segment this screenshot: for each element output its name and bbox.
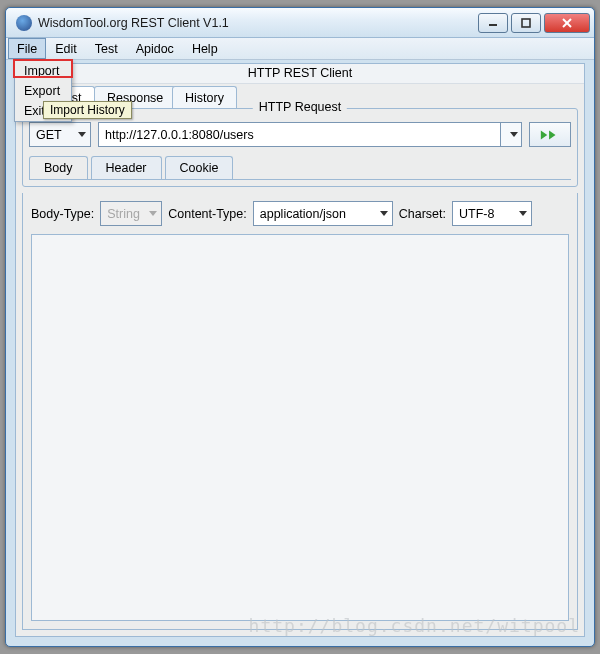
send-button[interactable] xyxy=(529,122,571,147)
charset-value: UTF-8 xyxy=(459,207,494,221)
svg-rect-1 xyxy=(522,19,530,27)
file-menu-import[interactable]: Import xyxy=(15,61,71,81)
content-type-label: Content-Type: xyxy=(168,207,247,221)
url-input[interactable] xyxy=(98,122,500,147)
chevron-down-icon xyxy=(510,132,518,137)
file-menu-export[interactable]: Export xyxy=(15,81,71,101)
chevron-down-icon xyxy=(519,211,527,216)
tab-history[interactable]: History xyxy=(172,86,237,108)
charset-label: Charset: xyxy=(399,207,446,221)
window-title: WisdomTool.org REST Client V1.1 xyxy=(38,16,478,30)
chevron-down-icon xyxy=(149,211,157,216)
content-type-value: application/json xyxy=(260,207,346,221)
url-history-dropdown[interactable] xyxy=(500,122,522,147)
subtab-header[interactable]: Header xyxy=(91,156,162,179)
subtab-body[interactable]: Body xyxy=(29,156,88,179)
request-sub-tabs: Body Header Cookie xyxy=(29,156,571,180)
maximize-button[interactable] xyxy=(511,13,541,33)
chevron-down-icon xyxy=(78,132,86,137)
body-type-value: String xyxy=(107,207,140,221)
http-method-select[interactable]: GET xyxy=(29,122,91,147)
charset-select[interactable]: UTF-8 xyxy=(452,201,532,226)
request-box-title: HTTP Request xyxy=(253,100,347,114)
menu-apidoc[interactable]: Apidoc xyxy=(127,38,183,59)
close-button[interactable] xyxy=(544,13,590,33)
body-pane: Body-Type: String Content-Type: applicat… xyxy=(22,193,578,630)
request-box: HTTP Request GET Body Header Cookie xyxy=(22,108,578,187)
menu-test[interactable]: Test xyxy=(86,38,127,59)
url-combo xyxy=(98,122,522,147)
menu-help[interactable]: Help xyxy=(183,38,227,59)
body-textarea[interactable] xyxy=(31,234,569,621)
body-type-select: String xyxy=(100,201,162,226)
minimize-button[interactable] xyxy=(478,13,508,33)
content-type-select[interactable]: application/json xyxy=(253,201,393,226)
client-area: HTTP REST Client Request Response Histor… xyxy=(15,63,585,637)
tooltip: Import History xyxy=(43,101,132,119)
app-icon xyxy=(16,15,32,31)
menu-edit[interactable]: Edit xyxy=(46,38,86,59)
http-method-value: GET xyxy=(36,128,62,142)
menu-file[interactable]: File xyxy=(8,38,46,59)
window-frame: WisdomTool.org REST Client V1.1 File Edi… xyxy=(5,7,595,647)
body-type-label: Body-Type: xyxy=(31,207,94,221)
chevron-down-icon xyxy=(380,211,388,216)
client-title: HTTP REST Client xyxy=(16,64,584,84)
svg-rect-0 xyxy=(489,24,497,26)
title-bar[interactable]: WisdomTool.org REST Client V1.1 xyxy=(6,8,594,38)
subtab-cookie[interactable]: Cookie xyxy=(165,156,234,179)
menubar: File Edit Test Apidoc Help xyxy=(6,38,594,60)
